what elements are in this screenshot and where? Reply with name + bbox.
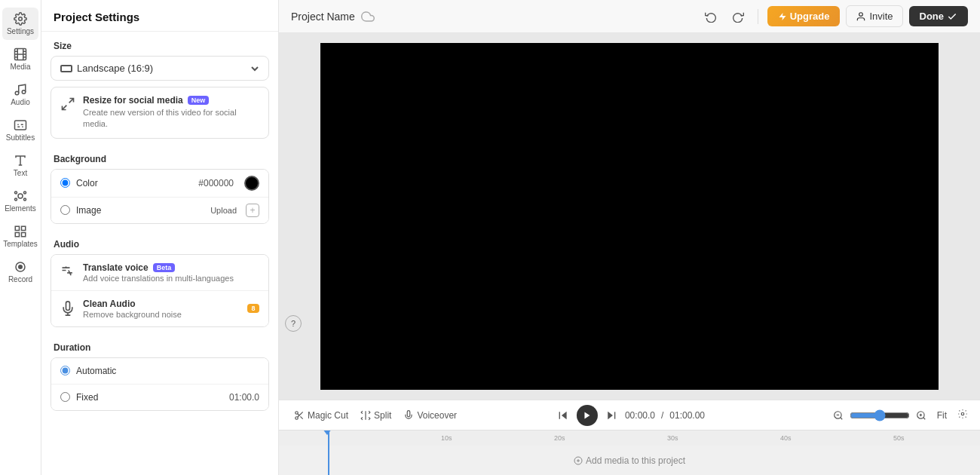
zoom-out-button[interactable] [830,407,847,424]
help-button[interactable]: ? [285,315,302,332]
sidebar-item-subtitles[interactable]: Subtitles [2,114,38,146]
sidebar-label-audio: Audio [11,98,30,106]
translate-voice-row[interactable]: Translate voice Beta Add voice translati… [51,255,268,291]
checkmark-icon [947,11,957,22]
clean-audio-desc: Remove background noise [83,310,240,319]
image-label: Image [76,205,204,216]
resize-desc: Create new version of this video for soc… [83,107,259,130]
invite-button[interactable]: Invite [846,5,902,27]
size-section-label: Size [41,32,278,56]
voiceover-icon [403,410,414,421]
sidebar-label-templates: Templates [3,240,38,248]
sidebar-item-record[interactable]: Record [2,256,38,288]
clean-audio-row[interactable]: Clean Audio Remove background noise 8 [51,291,268,326]
zoom-slider[interactable] [850,409,910,421]
duration-fixed-value: 01:00.0 [229,392,259,403]
translate-desc: Add voice translations in multi-language… [83,274,259,283]
add-media-button[interactable]: Add media to this project [279,446,980,475]
done-button[interactable]: Done [909,6,969,26]
voiceover-button[interactable]: Voiceover [397,407,463,424]
duration-options: Automatic Fixed 01:00.0 [51,357,269,411]
clean-audio-icon [60,301,75,316]
timeline-settings-button[interactable] [954,407,971,424]
fit-button[interactable]: Fit [933,409,951,422]
redo-button[interactable] [727,6,749,27]
zoom-in-icon [916,410,926,421]
sidebar-label-subtitles: Subtitles [6,133,35,142]
color-swatch[interactable] [244,176,259,191]
auto-radio[interactable] [60,366,70,375]
size-dropdown[interactable]: Landscape (16:9) [51,56,269,81]
main-area: Project Name Upgrade [279,0,980,475]
media-icon [14,48,27,61]
svg-point-3 [22,90,26,94]
sidebar-label-text: Text [14,169,27,177]
svg-marker-18 [779,13,786,20]
play-icon [583,411,592,420]
svg-point-20 [296,411,299,414]
image-option[interactable]: Image Upload + [51,198,268,223]
magic-cut-icon [294,410,305,421]
sidebar-item-elements[interactable]: Elements [2,185,38,217]
sidebar-item-media[interactable]: Media [2,43,38,75]
split-icon [360,410,371,421]
fixed-radio[interactable] [60,392,70,402]
settings-icon [14,12,27,26]
upgrade-button[interactable]: Upgrade [767,6,841,26]
sidebar-item-templates[interactable]: Templates [2,220,38,253]
sidebar-label-media: Media [10,63,30,71]
magic-cut-button[interactable]: Magic Cut [288,407,354,424]
subtitles-icon [14,118,27,132]
settings-panel-title: Project Settings [41,0,278,32]
undo-button[interactable] [700,6,721,27]
duration-fixed-row[interactable]: Fixed 01:00.0 [51,385,268,410]
zoom-controls: Fit [830,407,971,424]
chevron-down-icon [250,64,259,73]
person-icon [856,11,866,22]
skip-back-button[interactable] [554,406,572,424]
background-section-label: Background [41,145,278,169]
sidebar-item-text[interactable]: Text [2,149,38,182]
ruler-20s: 20s [554,434,565,442]
svg-point-8 [15,192,17,194]
undo-icon [705,11,717,23]
sidebar-label-record: Record [8,275,32,283]
svg-line-24 [298,413,299,415]
svg-point-19 [859,12,863,16]
svg-line-35 [923,417,925,419]
timeline-track: Add media to this project [279,446,980,475]
text-icon [14,154,27,167]
color-value: #000000 [198,178,234,188]
color-radio[interactable] [60,178,70,188]
sidebar-label-elements: Elements [5,204,36,213]
image-add-icon[interactable]: + [246,204,259,217]
resize-card[interactable]: Resize for social media New Create new v… [51,87,269,139]
svg-point-10 [15,198,17,201]
audio-features: Translate voice Beta Add voice translati… [51,254,269,327]
timeline-area: 10s 20s 30s 40s 50s 1m Add med [279,430,980,475]
zoom-in-button[interactable] [913,407,929,424]
redo-icon [732,11,744,23]
translate-icon [60,265,75,280]
timeline-cursor-head [323,430,332,435]
skip-forward-button[interactable] [602,406,620,424]
top-bar: Project Name Upgrade [279,0,980,33]
sidebar-item-audio[interactable]: Audio [2,78,38,111]
skip-back-icon [557,409,569,421]
color-option[interactable]: Color #000000 [51,170,268,198]
upload-button[interactable]: Upload [210,206,237,215]
audio-section-label: Audio [41,230,278,254]
clean-audio-badge: 8 [247,304,259,313]
svg-point-0 [19,17,23,21]
duration-auto-row[interactable]: Automatic [51,358,268,385]
play-button[interactable] [577,405,598,426]
video-canvas [320,43,939,390]
svg-point-11 [24,198,26,201]
project-name[interactable]: Project Name [291,11,355,23]
split-button[interactable]: Split [354,407,397,424]
svg-rect-14 [15,233,19,237]
svg-marker-26 [562,411,567,419]
image-radio[interactable] [60,205,70,215]
sidebar-item-settings[interactable]: Settings [2,8,38,40]
sidebar-label-settings: Settings [7,27,34,35]
